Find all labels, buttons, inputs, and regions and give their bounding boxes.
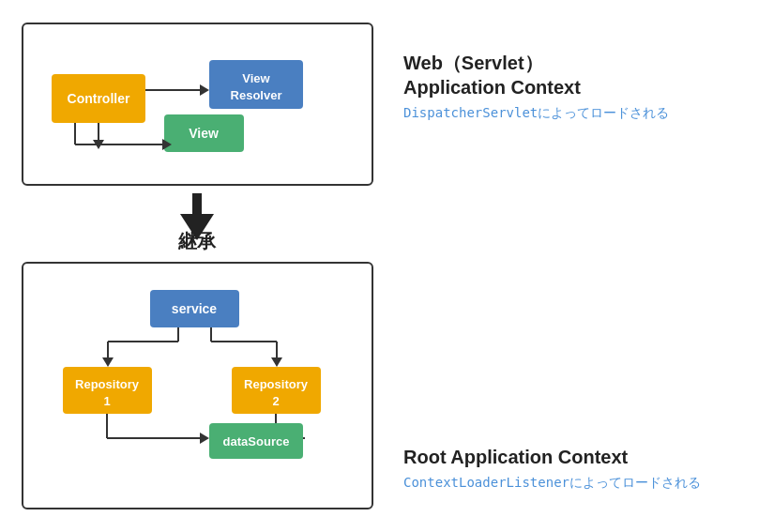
svg-text:dataSource: dataSource xyxy=(222,434,289,448)
top-diagram-svg: Controller View Resolver View xyxy=(42,41,361,163)
bottom-context-block: Root Application Context ContextLoaderLi… xyxy=(403,407,732,492)
top-diagram-box: Controller View Resolver View xyxy=(22,23,373,186)
right-column: Web（Servlet） Application Context Dispatc… xyxy=(403,23,732,492)
svg-text:1: 1 xyxy=(103,394,110,408)
inherit-label: 継承 xyxy=(178,229,216,254)
svg-text:Repository: Repository xyxy=(244,377,309,391)
top-context-block: Web（Servlet） Application Context Dispatc… xyxy=(403,32,732,122)
svg-text:2: 2 xyxy=(272,394,279,408)
bottom-diagram-box: service Repository 1 Repository 2 xyxy=(22,262,373,509)
top-context-subtitle: DispatcherServletによってロードされる xyxy=(403,105,732,122)
svg-marker-33 xyxy=(200,433,209,444)
bottom-context-title: Root Application Context xyxy=(403,445,732,469)
svg-text:service: service xyxy=(171,301,216,316)
inherit-label-section: 継承 xyxy=(178,229,216,256)
svg-marker-24 xyxy=(271,357,282,367)
svg-marker-20 xyxy=(102,357,114,367)
bottom-diagram-svg: service Repository 1 Repository 2 xyxy=(42,281,361,487)
svg-text:Controller: Controller xyxy=(67,91,129,106)
svg-text:View: View xyxy=(189,126,219,141)
svg-text:Resolver: Resolver xyxy=(230,88,281,102)
left-column: Controller View Resolver View xyxy=(19,23,375,509)
svg-text:View: View xyxy=(242,71,270,85)
top-context-title: Web（Servlet） Application Context xyxy=(403,51,732,99)
main-container: Controller View Resolver View xyxy=(0,4,774,528)
svg-marker-3 xyxy=(200,84,209,96)
bottom-context-subtitle: ContextLoaderListenerによってロードされる xyxy=(403,475,732,492)
svg-text:Repository: Repository xyxy=(75,377,140,391)
